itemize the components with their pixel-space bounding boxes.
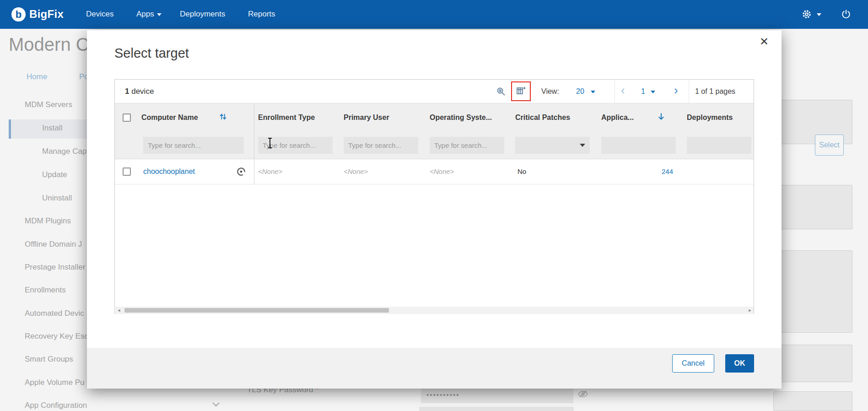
nav-item-reports[interactable]: Reports xyxy=(248,10,275,19)
primary-user-value: <None> xyxy=(344,168,368,175)
primary-user-filter-input[interactable] xyxy=(344,137,418,154)
applications-filter-input[interactable] xyxy=(601,137,676,154)
pages-indicator: 1 of 1 pages xyxy=(695,87,735,96)
modal-title: Select target xyxy=(114,46,189,61)
column-chooser-icon[interactable] xyxy=(516,86,526,97)
search-settings-icon[interactable] xyxy=(496,87,506,98)
brand-name: BigFix xyxy=(29,8,64,21)
close-icon[interactable]: ✕ xyxy=(757,35,771,49)
table-row[interactable]: choochooplanet <None> <None> <None> No 2… xyxy=(115,159,754,184)
device-grid: 1 device xyxy=(114,79,754,314)
operating-system-filter-input[interactable] xyxy=(430,137,504,154)
computer-name-filter-input[interactable] xyxy=(143,137,244,154)
nav-item-apps-label: Apps xyxy=(136,10,154,18)
toolbar-divider xyxy=(615,80,615,103)
bigfix-agent-icon xyxy=(237,167,246,178)
select-target-modal: ✕ Select target 1 device xyxy=(87,30,782,389)
device-count-number: 1 xyxy=(125,87,129,96)
sort-descending-icon[interactable] xyxy=(657,112,665,123)
applications-count-link[interactable]: 244 xyxy=(636,168,673,175)
page-number-value: 1 xyxy=(641,87,645,95)
top-nav: b BigFix Devices Apps Deployments Report… xyxy=(0,0,868,29)
nav-item-apps[interactable]: Apps xyxy=(136,10,162,19)
scrollbar-thumb[interactable] xyxy=(124,308,389,313)
device-count: 1 device xyxy=(125,87,154,96)
nav-item-devices[interactable]: Devices xyxy=(86,10,113,19)
scroll-left-icon[interactable]: ◄ xyxy=(115,307,123,314)
device-name-link[interactable]: choochooplanet xyxy=(143,168,195,176)
next-page-icon[interactable]: › xyxy=(674,86,678,95)
column-header-operating-system[interactable]: Operating Syste... xyxy=(430,114,503,122)
toolbar-divider xyxy=(689,80,689,103)
column-header-deployments[interactable]: Deployments xyxy=(687,114,733,122)
settings-gear-icon[interactable] xyxy=(802,9,813,20)
cancel-button[interactable]: Cancel xyxy=(672,354,714,373)
critical-patches-value: No xyxy=(518,168,526,175)
grid-filter-row xyxy=(115,132,754,159)
previous-page-icon[interactable]: ‹ xyxy=(621,86,625,95)
text-cursor xyxy=(270,138,270,148)
chevron-down-icon xyxy=(591,91,595,93)
page-size-select[interactable]: 20 xyxy=(576,87,595,96)
row-checkbox[interactable] xyxy=(123,168,131,176)
sort-both-icon[interactable] xyxy=(219,112,227,123)
enrollment-type-value: <None> xyxy=(258,168,282,175)
bigfix-logo-icon: b xyxy=(11,7,26,22)
grid-header-row: Computer Name Enrollment Type Primary Us… xyxy=(115,103,754,132)
frozen-column-divider xyxy=(254,103,254,184)
chevron-down-icon xyxy=(817,13,821,16)
settings-chevron[interactable] xyxy=(814,10,821,19)
deployments-filter-input[interactable] xyxy=(687,137,751,154)
nav-item-deployments[interactable]: Deployments xyxy=(180,10,225,19)
page-number-select[interactable]: 1 xyxy=(641,87,655,96)
column-header-primary-user[interactable]: Primary User xyxy=(344,114,389,122)
horizontal-scrollbar[interactable]: ◄ ► xyxy=(115,307,754,314)
critical-patches-filter-select[interactable] xyxy=(515,137,590,154)
chevron-down-icon xyxy=(157,13,162,16)
power-logout-icon[interactable] xyxy=(841,9,852,20)
ok-button[interactable]: OK xyxy=(725,354,754,373)
column-header-applications[interactable]: Applica... xyxy=(601,114,645,122)
select-all-checkbox[interactable] xyxy=(123,114,131,122)
view-label: View: xyxy=(541,87,559,96)
page-size-value: 20 xyxy=(576,87,584,95)
annotation-highlight-box xyxy=(511,81,531,101)
operating-system-value: <None> xyxy=(430,168,454,175)
scroll-right-icon[interactable]: ► xyxy=(746,307,754,314)
chevron-down-icon xyxy=(580,144,585,147)
column-header-critical-patches[interactable]: Critical Patches xyxy=(515,114,570,122)
device-count-unit: device xyxy=(131,87,154,96)
modal-footer: Cancel OK xyxy=(87,348,782,389)
chevron-down-icon xyxy=(651,91,655,93)
column-header-enrollment-type[interactable]: Enrollment Type xyxy=(258,114,315,122)
column-header-computer-name[interactable]: Computer Name xyxy=(141,114,198,122)
grid-toolbar: 1 device xyxy=(115,80,754,103)
